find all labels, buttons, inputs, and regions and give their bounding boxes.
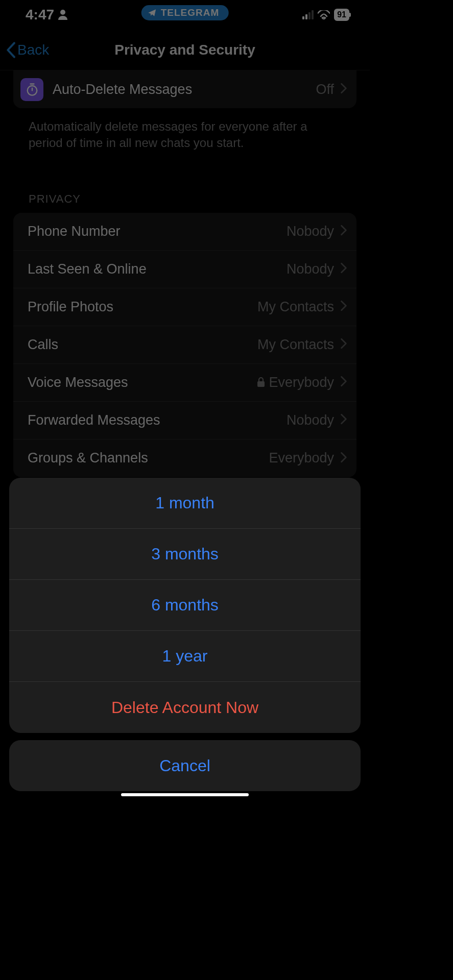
cancel-button[interactable]: Cancel — [9, 740, 361, 791]
home-indicator[interactable] — [121, 793, 249, 796]
action-sheet-option[interactable]: 6 months — [9, 580, 361, 631]
action-sheet-option[interactable]: 1 month — [9, 478, 361, 529]
action-sheet-option[interactable]: 1 year — [9, 631, 361, 682]
delete-account-now-button[interactable]: Delete Account Now — [9, 682, 361, 733]
action-sheet-option[interactable]: 3 months — [9, 529, 361, 580]
action-sheet: 1 month3 months6 months1 yearDelete Acco… — [9, 478, 361, 791]
action-sheet-group: 1 month3 months6 months1 yearDelete Acco… — [9, 478, 361, 733]
